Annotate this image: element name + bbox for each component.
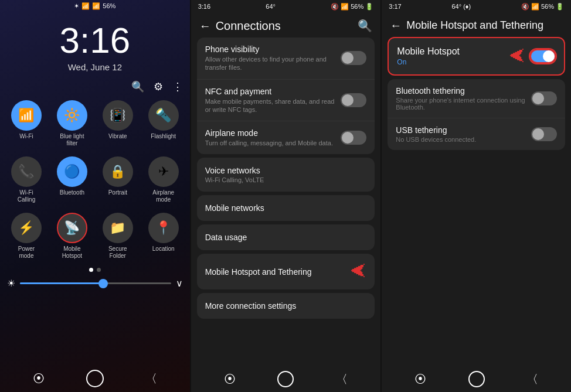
qs-tile-wifi[interactable]: 📶 Wi-Fi xyxy=(6,100,47,147)
connections-back-button[interactable]: ← xyxy=(199,19,211,33)
home-button-2[interactable] xyxy=(277,371,294,387)
phone-visibility-item[interactable]: Phone visibility Allow other devices to … xyxy=(197,38,375,80)
hotspot-tile-icon: 📡 xyxy=(57,213,87,243)
back-button-1[interactable]: 〈 xyxy=(145,371,157,387)
qs-tile-blue-light[interactable]: 🔆 Blue lightfilter xyxy=(52,100,93,147)
phone-visibility-toggle[interactable] xyxy=(341,51,366,65)
portrait-tile-label: Portrait xyxy=(108,189,127,196)
usb-tethering-item[interactable]: USB tethering No USB devices connected. xyxy=(388,118,565,150)
data-usage-item[interactable]: Data usage xyxy=(197,224,375,250)
brightness-expand-icon[interactable]: ∨ xyxy=(176,278,183,289)
clock-date: Wed, June 12 xyxy=(68,62,122,72)
recents-button-3[interactable]: ⦿ xyxy=(414,373,426,386)
wificalling-tile-icon: 📞 xyxy=(11,156,42,187)
wificalling-tile-label: Wi-FiCalling xyxy=(18,189,36,203)
flashlight-tile-label: Flashlight xyxy=(151,133,176,140)
home-button-1[interactable] xyxy=(86,370,104,387)
brightness-fill xyxy=(20,282,103,284)
phone-visibility-title: Phone visibility xyxy=(205,45,335,54)
mobile-hotspot-toggle[interactable] xyxy=(530,49,556,63)
bluelight-tile-label: Blue lightfilter xyxy=(60,133,84,147)
mobile-hotspot-title: Mobile Hotspot xyxy=(397,46,509,57)
airplane-mode-text: Airplane mode Turn off calling, messagin… xyxy=(205,128,335,147)
bottom-nav-3: ⦿ 〈 xyxy=(382,366,571,392)
brightness-thumb[interactable] xyxy=(98,279,108,288)
nfc-payment-item[interactable]: NFC and payment Make mobile payments, sh… xyxy=(197,80,375,122)
qs-more-icon[interactable]: ⋮ xyxy=(172,80,183,93)
page-indicators xyxy=(0,264,190,275)
status-icons-1: ✶ 📶 📶 56% xyxy=(74,2,115,10)
nfc-payment-title: NFC and payment xyxy=(205,87,335,96)
time-3: 3:17 xyxy=(389,3,401,10)
airplane-mode-item[interactable]: Airplane mode Turn off calling, messagin… xyxy=(197,121,375,154)
hotspot-header: ← Mobile Hotspot and Tethering xyxy=(382,13,571,37)
brightness-control[interactable]: ☀ ∨ xyxy=(0,275,190,291)
usb-tethering-toggle[interactable] xyxy=(531,127,557,141)
bottom-nav-1: ⦿ 〈 xyxy=(0,364,190,392)
hotspot-tethering-title: Mobile Hotspot and Tethering xyxy=(205,267,347,277)
back-button-2[interactable]: 〈 xyxy=(336,371,348,387)
hotspot-back-button[interactable]: ← xyxy=(390,19,402,32)
qs-search-icon[interactable]: 🔍 xyxy=(131,80,144,93)
qs-tile-portrait[interactable]: 🔒 Portrait xyxy=(97,156,138,203)
powermode-tile-icon: ⚡ xyxy=(11,213,42,243)
bottom-nav-2: ⦿ 〈 xyxy=(191,366,381,392)
vibrate-tile-icon: 📳 xyxy=(103,100,133,131)
bluelight-tile-icon: 🔆 xyxy=(57,100,87,131)
qs-tile-flashlight[interactable]: 🔦 Flashlight xyxy=(143,100,184,147)
hotspot-tile-label: MobileHotspot xyxy=(62,246,82,260)
qs-tile-power-mode[interactable]: ⚡ Powermode xyxy=(6,213,47,260)
usb-tethering-title: USB tethering xyxy=(396,125,525,135)
mobile-networks-title: Mobile networks xyxy=(205,203,367,213)
home-button-3[interactable] xyxy=(468,371,485,387)
bluetooth-tile-icon: 🔵 xyxy=(57,156,87,187)
wifi-icon-s1: 📶 xyxy=(81,2,90,10)
panel-connections: 3:16 64° 🔇 📶 56% 🔋 ← Connections 🔍 Phone… xyxy=(191,0,381,392)
wifi-tile-label: Wi-Fi xyxy=(19,133,33,140)
qs-tile-mobile-hotspot[interactable]: 📡 MobileHotspot xyxy=(52,213,93,260)
mobile-networks-item[interactable]: Mobile networks xyxy=(197,195,375,221)
usb-tethering-text: USB tethering No USB devices connected. xyxy=(396,125,525,143)
recents-button-1[interactable]: ⦿ xyxy=(33,372,45,386)
connections-search-button[interactable]: 🔍 xyxy=(358,19,372,33)
qs-tile-vibrate[interactable]: 📳 Vibrate xyxy=(97,100,138,147)
qs-tile-secure-folder[interactable]: 📁 SecureFolder xyxy=(97,213,138,260)
brightness-sun-icon: ☀ xyxy=(7,278,15,289)
bluetooth-tethering-item[interactable]: Bluetooth tethering Share your phone's i… xyxy=(388,79,565,118)
bluetooth-tethering-subtitle: Share your phone's internet connection u… xyxy=(396,97,525,111)
page-dot-1 xyxy=(89,268,93,272)
status-bar-1: ✶ 📶 📶 56% xyxy=(0,0,190,12)
qs-tile-airplane[interactable]: ✈ Airplanemode xyxy=(143,156,184,203)
connections-header: ← Connections 🔍 xyxy=(191,13,381,38)
airplane-mode-toggle[interactable] xyxy=(341,131,366,145)
recents-button-2[interactable]: ⦿ xyxy=(224,373,236,386)
brightness-slider[interactable] xyxy=(20,282,171,284)
temp-3: 64° (♦) xyxy=(451,3,471,10)
qs-settings-icon[interactable]: ⚙ xyxy=(154,80,163,93)
bluetooth-tethering-text: Bluetooth tethering Share your phone's i… xyxy=(396,86,525,111)
phone-visibility-text: Phone visibility Allow other devices to … xyxy=(205,45,335,72)
status-icons-2: 🔇 📶 56% 🔋 xyxy=(331,3,373,11)
panel-quick-settings: ✶ 📶 📶 56% 3:16 Wed, June 12 🔍 ⚙ ⋮ 📶 Wi-F… xyxy=(0,0,190,392)
more-connection-item[interactable]: More connection settings xyxy=(197,293,375,319)
voice-networks-item[interactable]: Voice networks Wi-Fi Calling, VoLTE xyxy=(197,158,375,192)
qs-tile-wifi-calling[interactable]: 📞 Wi-FiCalling xyxy=(6,156,47,203)
nfc-payment-toggle[interactable] xyxy=(341,93,366,107)
mobile-hotspot-card[interactable]: Mobile Hotspot On ⮜ xyxy=(388,37,565,76)
data-usage-title: Data usage xyxy=(205,233,367,242)
connections-title: Connections xyxy=(216,19,354,33)
bluetooth-tethering-title: Bluetooth tethering xyxy=(396,86,525,96)
bluetooth-tethering-toggle[interactable] xyxy=(531,91,557,105)
back-button-3[interactable]: 〈 xyxy=(526,371,538,387)
connections-content: Phone visibility Allow other devices to … xyxy=(191,38,381,366)
signal-icon-s1: 📶 xyxy=(92,2,100,10)
mobile-hotspot-tethering-item[interactable]: Mobile Hotspot and Tethering ⮜ xyxy=(197,254,375,289)
qs-toolbar: 🔍 ⚙ ⋮ xyxy=(0,78,190,96)
airplane-tile-label: Airplanemode xyxy=(152,189,174,203)
vibrate-tile-label: Vibrate xyxy=(108,133,127,140)
qs-tile-location[interactable]: 📍 Location xyxy=(143,213,184,260)
status-bar-3: 3:17 64° (♦) 🔇 📶 56% 🔋 xyxy=(382,0,571,13)
location-tile-icon: 📍 xyxy=(148,213,179,243)
qs-tile-bluetooth[interactable]: 🔵 Bluetooth xyxy=(52,156,93,203)
mobile-hotspot-status: On xyxy=(397,58,509,66)
